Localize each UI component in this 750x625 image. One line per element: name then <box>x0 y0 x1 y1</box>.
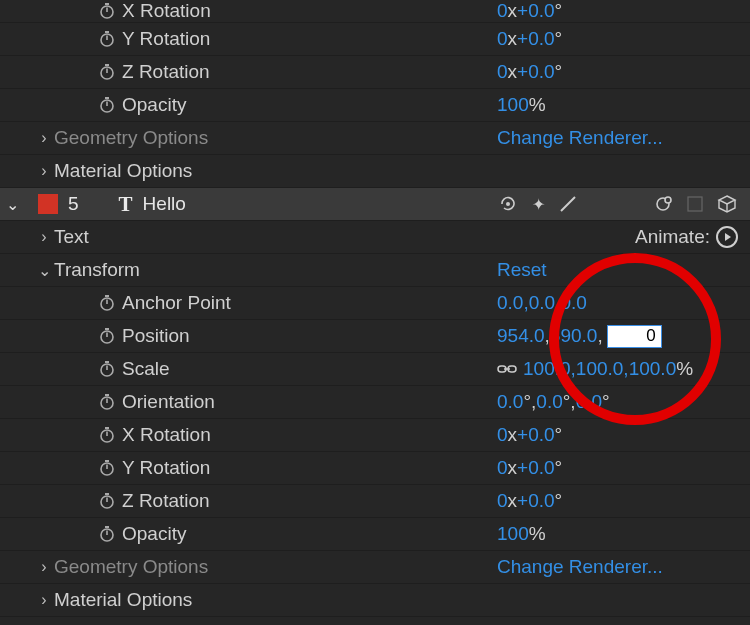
property-row: Opacity 100% <box>0 88 750 121</box>
property-row-position: Position 954.0,590.0, <box>0 319 750 352</box>
position-z-input[interactable] <box>607 325 662 348</box>
stopwatch-icon[interactable] <box>92 62 122 82</box>
animate-menu[interactable]: Animate: <box>635 226 738 248</box>
layer-index: 5 <box>68 193 79 215</box>
property-label: Opacity <box>122 523 186 545</box>
svg-rect-39 <box>105 460 109 462</box>
group-label: Material Options <box>54 589 192 611</box>
chevron-right-icon[interactable]: › <box>34 558 54 576</box>
stopwatch-icon[interactable] <box>92 1 122 21</box>
collapse-icon[interactable] <box>652 193 674 215</box>
property-row: Y Rotation 0x+0.0° <box>0 451 750 484</box>
stopwatch-icon[interactable] <box>92 425 122 445</box>
chevron-down-icon[interactable]: ⌄ <box>2 195 22 214</box>
stopwatch-icon[interactable] <box>92 458 122 478</box>
group-row: › Geometry Options Change Renderer... <box>0 550 750 583</box>
group-label: Geometry Options <box>54 556 208 578</box>
group-label: Geometry Options <box>54 127 208 149</box>
property-value: 100% <box>497 89 740 121</box>
3d-layer-icon[interactable] <box>716 193 738 215</box>
property-row: Scale 100.0,100.0,100.0% <box>0 352 750 385</box>
property-value: 0x+0.0° <box>497 23 740 55</box>
empty-switch[interactable] <box>684 193 706 215</box>
property-value: 100.0,100.0,100.0% <box>497 353 740 385</box>
svg-point-15 <box>665 197 671 203</box>
property-label: Orientation <box>122 391 215 413</box>
chevron-right-icon[interactable]: › <box>34 591 54 609</box>
property-value: 0x+0.0° <box>497 485 740 517</box>
layer-header[interactable]: ⌄ 5 T Hello ✦ <box>0 187 750 220</box>
svg-rect-16 <box>688 197 702 211</box>
group-action[interactable]: Reset <box>497 254 740 286</box>
layer-switches: ✦ <box>497 193 579 215</box>
empty-row <box>0 616 750 625</box>
property-row: Z Rotation 0x+0.0° <box>0 484 750 517</box>
svg-rect-5 <box>105 31 109 33</box>
stopwatch-icon[interactable] <box>92 359 122 379</box>
chevron-right-icon[interactable]: › <box>34 129 54 147</box>
svg-rect-2 <box>105 3 109 5</box>
svg-rect-8 <box>105 64 109 66</box>
property-label: Y Rotation <box>122 28 210 50</box>
property-value: 0.0°,0.0°,0.0° <box>497 386 740 418</box>
svg-rect-45 <box>105 526 109 528</box>
chevron-right-icon[interactable]: › <box>34 162 54 180</box>
property-label: X Rotation <box>122 424 211 446</box>
property-value: 0x+0.0° <box>497 56 740 88</box>
motion-blur-icon[interactable] <box>497 193 519 215</box>
property-row: Opacity 100% <box>0 517 750 550</box>
property-row: Y Rotation 0x+0.0° <box>0 22 750 55</box>
group-action[interactable]: Change Renderer... <box>497 551 740 583</box>
stopwatch-icon[interactable] <box>92 392 122 412</box>
svg-rect-21 <box>105 295 109 297</box>
svg-rect-33 <box>105 394 109 396</box>
stopwatch-icon[interactable] <box>92 491 122 511</box>
svg-rect-42 <box>105 493 109 495</box>
stopwatch-icon[interactable] <box>92 326 122 346</box>
property-label: Position <box>122 325 190 347</box>
property-label: Z Rotation <box>122 61 210 83</box>
group-row: › Text Animate: <box>0 220 750 253</box>
stopwatch-icon[interactable] <box>92 95 122 115</box>
property-label: Y Rotation <box>122 457 210 479</box>
svg-rect-36 <box>105 427 109 429</box>
property-label: Scale <box>122 358 170 380</box>
svg-rect-27 <box>105 361 109 363</box>
property-row: Orientation 0.0°,0.0°,0.0° <box>0 385 750 418</box>
svg-marker-17 <box>719 196 735 204</box>
stopwatch-icon[interactable] <box>92 293 122 313</box>
property-value: 0x+0.0° <box>497 0 740 22</box>
group-label: Transform <box>54 259 140 281</box>
chevron-down-icon[interactable]: ⌄ <box>34 261 54 280</box>
play-icon <box>716 226 738 248</box>
group-row: ⌄ Transform Reset <box>0 253 750 286</box>
property-row: Z Rotation 0x+0.0° <box>0 55 750 88</box>
property-value: 0x+0.0° <box>497 452 740 484</box>
group-row: › Material Options <box>0 583 750 616</box>
stopwatch-icon[interactable] <box>92 524 122 544</box>
group-label: Material Options <box>54 160 192 182</box>
svg-line-13 <box>561 197 575 211</box>
quality-icon[interactable] <box>557 193 579 215</box>
layer-name[interactable]: Hello <box>143 193 186 215</box>
property-row: Anchor Point 0.0,0.0,0.0 <box>0 286 750 319</box>
timeline-panel: X Rotation 0x+0.0° Y Rotation 0x+0.0° Z … <box>0 0 750 625</box>
chevron-right-icon[interactable]: › <box>34 228 54 246</box>
property-value: 0x+0.0° <box>497 419 740 451</box>
group-row: › Geometry Options Change Renderer... <box>0 121 750 154</box>
svg-rect-24 <box>105 328 109 330</box>
layer-color-swatch[interactable] <box>38 194 58 214</box>
svg-point-12 <box>506 202 510 206</box>
layer-switches-right <box>652 193 738 215</box>
group-action[interactable]: Change Renderer... <box>497 122 740 154</box>
property-row: X Rotation 0x+0.0° <box>0 0 750 22</box>
property-label: Opacity <box>122 94 186 116</box>
property-value: 954.0,590.0, <box>497 320 740 352</box>
property-value[interactable]: 0.0,0.0,0.0 <box>497 287 740 319</box>
adjustment-icon[interactable]: ✦ <box>527 193 549 215</box>
svg-rect-11 <box>105 97 109 99</box>
stopwatch-icon[interactable] <box>92 29 122 49</box>
constrain-link-icon[interactable] <box>497 362 517 376</box>
group-label: Text <box>54 226 89 248</box>
property-label: X Rotation <box>122 0 211 22</box>
